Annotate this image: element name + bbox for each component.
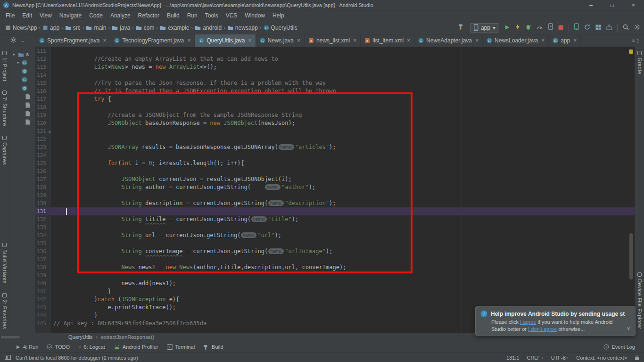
menu-tools[interactable]: Tools	[201, 11, 222, 20]
code-line[interactable]: 122	[35, 135, 635, 143]
line-number[interactable]: 120	[35, 119, 51, 127]
tree-expand-icon[interactable]: ▸	[12, 52, 16, 57]
tool-window-button-build-variants[interactable]: Build Variants	[2, 243, 8, 284]
navbar-item-java[interactable]: java	[110, 24, 132, 32]
line-number[interactable]: 135	[35, 239, 51, 247]
tool-button-6-logcat[interactable]: ≡6: Logcat	[74, 341, 109, 353]
project-tree-item[interactable]	[9, 101, 35, 109]
tool-window-button-captures[interactable]: Captures	[2, 136, 8, 165]
tool-window-button-device-file-explorer[interactable]: Device File Explorer	[637, 272, 643, 329]
panel-settings-button[interactable]	[10, 36, 17, 45]
tool-button-android-profiler[interactable]: Android Profiler	[109, 341, 163, 353]
code-line[interactable]: 115 //Try to parse the Json response. If…	[35, 79, 635, 87]
close-tab-icon[interactable]: ×	[541, 37, 545, 44]
navbar-item-newsapp[interactable]: NewsApp	[4, 24, 38, 32]
horizontal-scrollbar[interactable]	[1, 336, 20, 338]
panel-hide-button[interactable]: −	[21, 36, 24, 45]
close-tab-icon[interactable]: ×	[475, 37, 479, 44]
line-number[interactable]: 139	[35, 272, 51, 280]
navbar-item-example[interactable]: example	[158, 24, 190, 32]
code-line[interactable]: 136 String converImage = currentJson.get…	[35, 247, 635, 255]
line-number[interactable]: 134	[35, 231, 51, 239]
toolwindow-switcher-icon[interactable]	[5, 355, 11, 361]
status-widget-crlf[interactable]: CRLF↕	[527, 355, 543, 361]
line-number[interactable]: 122	[35, 135, 51, 143]
line-number[interactable]: 119	[35, 111, 51, 119]
line-number[interactable]: 137	[35, 255, 51, 263]
menu-window[interactable]: Window	[241, 11, 269, 20]
line-number[interactable]: 112	[35, 55, 51, 63]
close-tab-icon[interactable]: ×	[407, 37, 410, 44]
device-manager-button[interactable]	[574, 23, 579, 32]
i-dont-agree-link[interactable]: I don't agree	[528, 326, 557, 332]
navbar-item-newsapp[interactable]: newsapp	[226, 24, 259, 32]
line-number[interactable]: 128	[35, 183, 51, 191]
code-line[interactable]: 118	[35, 103, 635, 111]
stop-button[interactable]	[558, 24, 563, 32]
line-number[interactable]: 127	[35, 175, 51, 183]
code-line[interactable]: 129	[35, 191, 635, 199]
menu-refactor[interactable]: Refactor	[134, 11, 163, 20]
sdk-manager-button[interactable]	[606, 24, 612, 32]
hidden-tabs-dropdown[interactable]: ≡ 1	[627, 34, 644, 47]
tab-queryutils-java[interactable]: CQueryUtils.java×	[195, 34, 256, 47]
code-line[interactable]: 112 //Create an empty ArrayList so that …	[35, 55, 635, 63]
settings-button[interactable]	[634, 24, 640, 32]
tree-expand-icon[interactable]: ▾	[16, 60, 20, 65]
maximize-button[interactable]: □	[602, 0, 623, 10]
expand-notification-icon[interactable]: ∨	[627, 325, 630, 331]
code-line[interactable]: 139	[35, 272, 635, 280]
menu-run[interactable]: Run	[183, 11, 201, 20]
menu-build[interactable]: Build	[163, 11, 183, 20]
close-button[interactable]: ×	[623, 0, 644, 10]
line-number[interactable]: 129	[35, 191, 51, 199]
tool-button-event-log[interactable]: Event Log	[599, 341, 639, 353]
minimize-button[interactable]: –	[580, 0, 602, 10]
code-line[interactable]: 120 JSONObject baseJsonResponse = new JS…	[35, 119, 635, 127]
code-line[interactable]: 117 try {	[35, 95, 635, 103]
status-widget-utf-8[interactable]: UTF-8↕	[551, 355, 569, 361]
project-tree-item[interactable]: G	[9, 67, 35, 75]
tool-window-button-gradle[interactable]: Gradle	[637, 51, 643, 74]
profile-button[interactable]	[537, 24, 543, 32]
line-number[interactable]: 126	[35, 167, 51, 175]
tab-news-java[interactable]: CNews.java×	[256, 34, 305, 47]
apply-changes-button[interactable]	[515, 24, 520, 32]
project-tree-item[interactable]	[9, 92, 35, 101]
debug-button[interactable]	[525, 24, 531, 32]
line-number[interactable]: 130	[35, 199, 51, 207]
tab-app[interactable]: Gapp×	[549, 34, 581, 47]
navbar-item-main[interactable]: main	[84, 24, 107, 32]
tab-newsloader-java[interactable]: CNewsLoader.java×	[483, 34, 549, 47]
navbar-item-queryutils[interactable]: CQueryUtils	[262, 24, 299, 32]
status-widget-context-no-context[interactable]: Context: <no context>	[576, 355, 627, 361]
navbar-item-src[interactable]: src	[64, 24, 82, 32]
code-line[interactable]: 128 String author = currentJson.getStrin…	[35, 183, 635, 191]
line-number[interactable]: 111	[35, 47, 51, 55]
line-number[interactable]: 136	[35, 247, 51, 255]
close-tab-icon[interactable]: ×	[297, 37, 300, 44]
run-config-dropdown[interactable]: app▾	[470, 23, 499, 33]
code-line[interactable]: 123 JSONArray results = baseJsonResponse…	[35, 143, 635, 151]
line-number[interactable]: 116	[35, 87, 51, 95]
line-number[interactable]: 113	[35, 63, 51, 71]
layout-inspector-button[interactable]	[595, 24, 601, 32]
close-tab-icon[interactable]: ×	[187, 37, 190, 44]
tab-sportsfragment-java[interactable]: CSportsFragment.java×	[35, 34, 110, 47]
tool-button-4-run[interactable]: 4: Run	[11, 341, 42, 353]
menu-code[interactable]: Code	[85, 11, 107, 20]
line-number[interactable]: 114	[35, 71, 51, 79]
tab-news-list-xml[interactable]: xnews_list.xml×	[305, 34, 361, 47]
tool-window-button-7-structure[interactable]: 7: Structure	[2, 90, 8, 126]
code-line[interactable]: 130 String description = currentJson.get…	[35, 199, 635, 207]
project-tree-item[interactable]: ▸a	[9, 50, 35, 58]
project-tree-item[interactable]: G	[9, 84, 35, 92]
attach-debugger-button[interactable]	[548, 23, 553, 32]
run-button[interactable]	[504, 24, 510, 32]
code-line[interactable]: 125 for(int i = 0; i<results.length(); i…	[35, 159, 635, 167]
i-agree-link[interactable]: I agree	[520, 319, 536, 325]
line-number[interactable]: 118	[35, 103, 51, 111]
close-tab-icon[interactable]: ×	[573, 37, 577, 44]
menu-vcs[interactable]: VCS	[222, 11, 241, 20]
line-number[interactable]: 145	[35, 320, 51, 328]
